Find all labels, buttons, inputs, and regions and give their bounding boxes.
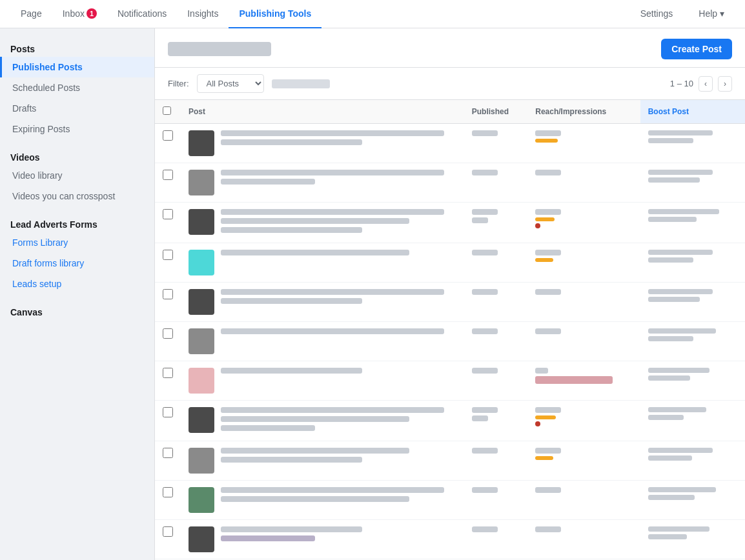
row-checkbox-cell — [155, 481, 181, 520]
published-cell — [464, 124, 528, 163]
post-text-line — [221, 457, 362, 463]
published-cell — [464, 401, 528, 441]
table-row — [155, 283, 745, 322]
nav-page[interactable]: Page — [10, 0, 52, 28]
boost-cell — [640, 441, 745, 481]
sidebar-item-leads-setup[interactable]: Leads setup — [0, 274, 154, 294]
content-header: Create Post — [155, 28, 745, 68]
row-checkbox[interactable] — [163, 487, 173, 497]
nav-insights[interactable]: Insights — [177, 0, 229, 28]
post-text-line — [221, 250, 409, 255]
table-row — [155, 481, 745, 520]
row-checkbox[interactable] — [163, 526, 173, 537]
filter-label: Filter: — [168, 79, 189, 88]
row-checkbox[interactable] — [163, 368, 173, 378]
reach-val-blurred — [535, 448, 561, 454]
post-cell[interactable] — [181, 124, 464, 163]
boost-line — [648, 407, 706, 412]
reach-bar — [535, 217, 555, 221]
post-cell[interactable] — [181, 441, 464, 481]
post-cell[interactable] — [181, 283, 464, 322]
reach-cell — [527, 520, 640, 559]
post-text-line — [221, 298, 362, 304]
published-date-blurred — [472, 250, 498, 255]
table-row — [155, 124, 745, 163]
sidebar-item-expiring-posts[interactable]: Expiring Posts — [0, 119, 154, 139]
boost-cell — [640, 163, 745, 203]
reach-bar — [535, 415, 556, 419]
published-date-blurred — [472, 526, 498, 532]
page-name-blurred — [168, 42, 271, 56]
col-post-header: Post — [181, 100, 464, 124]
boost-cell — [640, 203, 745, 243]
post-thumbnail — [189, 526, 214, 552]
row-checkbox[interactable] — [163, 170, 173, 180]
nav-help[interactable]: Help ▾ — [688, 0, 735, 28]
post-cell[interactable] — [181, 163, 464, 203]
nav-settings[interactable]: Settings — [630, 0, 684, 28]
post-text-line — [221, 130, 444, 136]
next-page-button[interactable]: › — [718, 76, 732, 92]
boost-line — [648, 209, 719, 214]
nav-inbox[interactable]: Inbox 1 — [52, 0, 107, 28]
reach-cell — [527, 124, 640, 163]
row-checkbox[interactable] — [163, 130, 173, 141]
filter-select[interactable]: All Posts Published Scheduled Drafts — [197, 74, 264, 93]
sidebar-item-drafts[interactable]: Drafts — [0, 98, 154, 119]
reach-cell — [527, 243, 640, 283]
post-cell[interactable] — [181, 401, 464, 441]
published-cell — [464, 163, 528, 203]
published-date-blurred — [472, 328, 498, 334]
published-cell — [464, 283, 528, 322]
post-cell[interactable] — [181, 203, 464, 243]
sidebar-item-video-library[interactable]: Video library — [0, 165, 154, 186]
published-date-blurred — [472, 170, 498, 175]
select-all-checkbox[interactable] — [163, 106, 171, 115]
sidebar-section-lead-adverts: Lead Adverts Forms — [0, 214, 154, 232]
create-post-button[interactable]: Create Post — [661, 39, 732, 59]
post-thumbnail — [189, 448, 214, 474]
post-text — [221, 328, 456, 337]
col-boost-header: Boost Post — [640, 100, 745, 124]
sidebar-item-videos-crosspost[interactable]: Videos you can crosspost — [0, 186, 154, 206]
post-text-line — [221, 227, 362, 233]
boost-line — [648, 534, 687, 539]
post-cell[interactable] — [181, 243, 464, 283]
post-thumbnail — [189, 328, 214, 354]
post-thumbnail — [189, 407, 214, 433]
table-row — [155, 322, 745, 361]
published-cell — [464, 361, 528, 401]
row-checkbox[interactable] — [163, 448, 173, 458]
sidebar-item-scheduled-posts[interactable]: Scheduled Posts — [0, 77, 154, 98]
nav-publishing-tools[interactable]: Publishing Tools — [229, 0, 321, 28]
post-text-line — [221, 218, 409, 224]
row-checkbox[interactable] — [163, 209, 173, 219]
published-date-blurred — [472, 368, 498, 374]
post-cell[interactable] — [181, 520, 464, 559]
filter-bar: Filter: All Posts Published Scheduled Dr… — [155, 68, 745, 100]
col-published-header: Published — [464, 100, 528, 124]
row-checkbox-cell — [155, 243, 181, 283]
published-date-blurred — [472, 415, 488, 421]
post-cell[interactable] — [181, 481, 464, 520]
sidebar-item-draft-forms-library[interactable]: Draft forms library — [0, 253, 154, 274]
reach-cell — [527, 203, 640, 243]
row-checkbox-cell — [155, 441, 181, 481]
post-cell[interactable] — [181, 361, 464, 401]
post-text — [221, 368, 456, 377]
row-checkbox[interactable] — [163, 289, 173, 299]
row-checkbox[interactable] — [163, 250, 173, 260]
boost-line — [648, 130, 713, 135]
filter-extra-blurred — [272, 79, 330, 88]
sidebar-item-forms-library[interactable]: Forms Library — [0, 232, 154, 253]
post-text-line — [221, 289, 444, 295]
row-checkbox[interactable] — [163, 407, 173, 417]
post-cell[interactable] — [181, 322, 464, 361]
row-checkbox[interactable] — [163, 328, 173, 339]
prev-page-button[interactable]: ‹ — [699, 76, 713, 92]
sidebar-item-published-posts[interactable]: Published Posts — [0, 57, 154, 77]
post-thumbnail — [189, 368, 214, 394]
reach-val-blurred — [535, 289, 561, 295]
nav-notifications[interactable]: Notifications — [107, 0, 177, 28]
post-text-line — [221, 328, 444, 334]
